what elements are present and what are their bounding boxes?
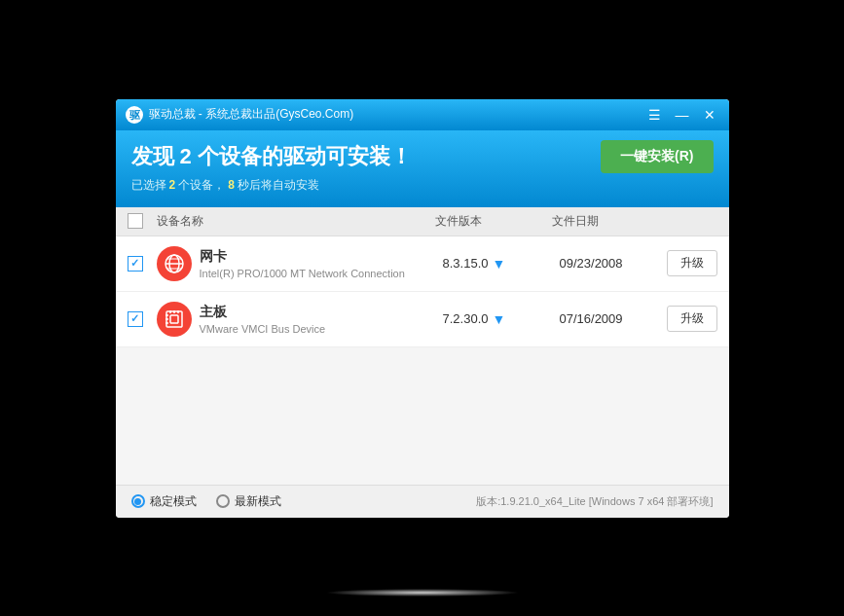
titlebar: 驱 驱动总裁 - 系统总裁出品(GysCeo.Com) ☰ — ✕ [116,99,729,130]
header-section: 发现 2 个设备的驱动可安装！ 一键安装(R) 已选择 2 个设备， 8 秒后将… [116,130,729,207]
new-mode-radio[interactable]: 最新模式 [216,493,281,510]
one-click-install-button[interactable]: 一键安装(R) [601,140,713,173]
checkmark-icon: ✓ [130,312,139,325]
down-arrow-icon: ▼ [493,256,506,272]
svg-rect-8 [170,315,178,323]
svg-rect-7 [166,311,182,327]
row2-device-sub: VMware VMCI Bus Device [200,323,443,335]
bottom-glow [325,589,520,597]
row1-date: 09/23/2008 [560,256,667,271]
header-version-col: 文件版本 [435,213,552,230]
subtitle-prefix: 已选择 [131,177,166,194]
svg-text:驱: 驱 [128,109,140,121]
row1-version: 8.3.15.0 ▼ [443,256,560,272]
main-window: 驱 驱动总裁 - 系统总裁出品(GysCeo.Com) ☰ — ✕ 发现 2 个… [116,99,729,518]
row2-check-col: ✓ [128,311,157,327]
row2-device-info: 主板 VMware VMCI Bus Device [200,304,443,335]
network-icon [157,246,192,281]
row1-device-info: 网卡 Intel(R) PRO/1000 MT Network Connecti… [200,248,443,279]
row2-upgrade-button[interactable]: 升级 [667,306,717,332]
row1-version-text: 8.3.15.0 [443,256,489,271]
menu-button[interactable]: ☰ [645,105,665,125]
version-text: 版本:1.9.21.0_x64_Lite [Windows 7 x64 部署环境… [476,494,713,509]
subtitle-mid: 个设备， [178,177,225,194]
header-check-col [128,213,157,229]
row1-device-name: 网卡 [200,248,443,266]
row1-device-sub: Intel(R) PRO/1000 MT Network Connection [200,268,443,279]
row1-upgrade-button[interactable]: 升级 [667,250,717,276]
stable-radio-dot [134,498,141,505]
row2-checkbox[interactable]: ✓ [128,311,143,327]
header-date-col: 文件日期 [552,213,659,230]
row2-date: 07/16/2009 [560,311,667,326]
new-mode-label: 最新模式 [235,493,281,510]
titlebar-title: 驱动总裁 - 系统总裁出品(GysCeo.Com) [149,106,645,123]
row2-version-text: 7.2.30.0 [443,311,489,326]
close-button[interactable]: ✕ [700,105,719,125]
header-top: 发现 2 个设备的驱动可安装！ 一键安装(R) [131,140,714,173]
titlebar-controls: ☰ — ✕ [645,105,719,125]
header-title: 发现 2 个设备的驱动可安装！ [131,142,412,171]
stable-radio-circle [131,494,145,508]
select-all-checkbox[interactable] [128,213,143,229]
motherboard-icon [157,302,192,337]
header-name-col: 设备名称 [157,213,435,230]
footer: 稳定模式 最新模式 版本:1.9.21.0_x64_Lite [Windows … [116,485,729,518]
new-radio-circle [216,494,230,508]
table-row: ✓ 主板 VMware VMCI Bus Device [116,292,729,347]
stable-mode-label: 稳定模式 [150,493,197,510]
subtitle-suffix: 秒后将自动安装 [238,177,319,194]
row2-device-name: 主板 [200,304,443,321]
content-area: 设备名称 文件版本 文件日期 ✓ 网卡 [116,207,729,485]
footer-left: 稳定模式 最新模式 [131,493,281,510]
stable-mode-radio[interactable]: 稳定模式 [131,493,197,510]
minimize-button[interactable]: — [673,105,692,125]
table-row: ✓ 网卡 Intel(R) PRO/1000 MT Network Connec… [116,236,729,292]
row1-checkbox[interactable]: ✓ [128,256,143,272]
row1-check-col: ✓ [128,256,157,272]
subtitle-seconds: 8 [228,178,235,192]
table-header: 设备名称 文件版本 文件日期 [116,207,729,236]
header-subtitle: 已选择 2 个设备， 8 秒后将自动安装 [131,177,714,194]
checkmark-icon: ✓ [130,257,139,270]
down-arrow-icon: ▼ [493,311,506,327]
subtitle-count: 2 [169,178,176,192]
content-spacer [116,347,729,485]
row2-version: 7.2.30.0 ▼ [443,311,560,327]
app-icon: 驱 [126,106,143,124]
